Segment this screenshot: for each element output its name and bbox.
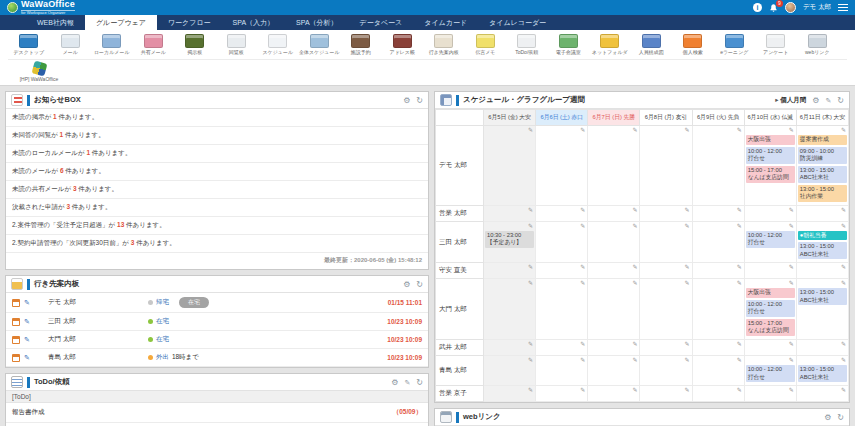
schedule-event[interactable]: 大阪出張 bbox=[746, 288, 795, 298]
edit-icon[interactable] bbox=[694, 340, 743, 349]
status-link[interactable]: 在宅 bbox=[156, 335, 169, 344]
status-link[interactable]: 外出 bbox=[156, 353, 169, 362]
notice-item[interactable]: 未読の掲示が 1 件あります。 bbox=[6, 109, 428, 127]
schedule-cell[interactable] bbox=[588, 205, 640, 221]
schedule-cell[interactable] bbox=[588, 386, 640, 402]
schedule-event[interactable]: ●朝礼当番 bbox=[798, 231, 847, 241]
schedule-cell[interactable] bbox=[640, 355, 692, 385]
edit-icon[interactable] bbox=[485, 386, 534, 395]
schedule-cell[interactable] bbox=[588, 355, 640, 385]
schedule-cell[interactable] bbox=[692, 263, 744, 279]
notice-item[interactable]: 2.契約申請管理の「次回更新30日前」が 3 件あります。 bbox=[6, 235, 428, 253]
edit-icon[interactable] bbox=[589, 386, 638, 395]
schedule-cell[interactable] bbox=[692, 339, 744, 355]
user-avatar[interactable] bbox=[785, 2, 796, 13]
schedule-event[interactable]: 15:00 - 17:00なんば支店訪問 bbox=[746, 319, 795, 336]
edit-icon[interactable] bbox=[798, 263, 847, 272]
edit-icon[interactable] bbox=[24, 299, 30, 307]
edit-icon[interactable] bbox=[694, 356, 743, 365]
schedule-event[interactable]: 13:00 - 15:00ABC社来社 bbox=[798, 365, 847, 382]
user-name[interactable]: デモ 太郎 bbox=[803, 3, 831, 12]
edit-icon[interactable] bbox=[641, 222, 690, 231]
toolbar-item-bulletin-board[interactable]: 掲示板 bbox=[174, 33, 216, 57]
schedule-event[interactable]: 13:00 - 15:00ABC社来社 bbox=[798, 166, 847, 183]
edit-icon[interactable] bbox=[746, 263, 795, 272]
schedule-cell[interactable]: 提案書作成09:00 - 10:00防災訓練13:00 - 15:00ABC社来… bbox=[796, 126, 848, 206]
edit-icon[interactable] bbox=[746, 340, 795, 349]
nav-tab[interactable]: SPA（入力） bbox=[222, 15, 286, 30]
toolbar-item-message-memo[interactable]: 伝言メモ bbox=[465, 33, 507, 57]
schedule-event[interactable]: 10:00 - 12:00打合せ bbox=[746, 147, 795, 164]
edit-icon[interactable] bbox=[798, 126, 847, 135]
schedule-event[interactable]: 13:00 - 15:00社内作業 bbox=[798, 185, 847, 202]
schedule-event[interactable]: 10:00 - 12:00打合せ bbox=[746, 231, 795, 248]
gear-icon[interactable] bbox=[812, 96, 819, 105]
schedule-cell[interactable] bbox=[744, 386, 796, 402]
notice-item[interactable]: 決裁された申請が 3 件あります。 bbox=[6, 199, 428, 217]
schedule-cell[interactable] bbox=[536, 126, 588, 206]
nav-tab[interactable]: WEB社内報 bbox=[26, 15, 85, 30]
schedule-event[interactable]: 提案書作成 bbox=[798, 135, 847, 145]
schedule-cell[interactable]: 大阪出張10:00 - 12:00打合せ15:00 - 17:00なんば支店訪問 bbox=[744, 279, 796, 340]
schedule-cell[interactable] bbox=[536, 263, 588, 279]
schedule-event[interactable]: 13:00 - 15:00ABC社来社 bbox=[798, 242, 847, 259]
edit-icon[interactable] bbox=[537, 206, 586, 215]
notification-bell-icon[interactable]: 9 bbox=[769, 3, 778, 13]
edit-icon[interactable] bbox=[746, 206, 795, 215]
status-link[interactable]: 在宅 bbox=[156, 317, 169, 326]
edit-icon[interactable] bbox=[589, 340, 638, 349]
toolbar-item-circular-board[interactable]: 回覧板 bbox=[216, 33, 258, 57]
schedule-cell[interactable] bbox=[484, 205, 536, 221]
notice-item[interactable]: 未読のメールが 6 件あります。 bbox=[6, 163, 428, 181]
gear-icon[interactable] bbox=[824, 413, 831, 422]
schedule-cell[interactable] bbox=[484, 386, 536, 402]
schedule-event[interactable]: 09:00 - 10:00防災訓練 bbox=[798, 147, 847, 164]
notice-item[interactable]: 2.案件管理の「受注予定日超過」が 13 件あります。 bbox=[6, 217, 428, 235]
toolbar-item-mail[interactable]: メール bbox=[50, 33, 92, 57]
calendar-icon[interactable] bbox=[12, 336, 20, 344]
edit-icon[interactable] bbox=[694, 206, 743, 215]
gear-icon[interactable] bbox=[403, 96, 410, 105]
edit-icon[interactable] bbox=[641, 126, 690, 135]
nav-tab[interactable]: データベース bbox=[349, 15, 414, 30]
edit-icon[interactable] bbox=[798, 279, 847, 288]
toolbar-item-schedule[interactable]: スケジュール bbox=[257, 33, 299, 57]
schedule-cell[interactable] bbox=[796, 205, 848, 221]
edit-icon[interactable] bbox=[537, 386, 586, 395]
schedule-cell[interactable] bbox=[692, 355, 744, 385]
notice-item[interactable]: 未回答の回覧が 1 件あります。 bbox=[6, 127, 428, 145]
schedule-cell[interactable] bbox=[692, 126, 744, 206]
edit-icon[interactable] bbox=[485, 279, 534, 288]
edit-icon[interactable] bbox=[589, 263, 638, 272]
schedule-cell[interactable] bbox=[536, 386, 588, 402]
toolbar-item-questionnaire[interactable]: アンケート bbox=[755, 33, 797, 57]
nav-tab[interactable]: タイムレコーダー bbox=[478, 15, 557, 30]
edit-icon[interactable] bbox=[537, 279, 586, 288]
edit-icon[interactable] bbox=[746, 126, 795, 135]
toolbar-item-org-chart[interactable]: 人員構成図 bbox=[631, 33, 673, 57]
toolbar-item-net-folder[interactable]: ネットフォルダ bbox=[589, 33, 631, 57]
toolbar-item-local-mail[interactable]: ローカルメール bbox=[91, 33, 133, 57]
schedule-event[interactable]: 10:00 - 12:00打合せ bbox=[746, 365, 795, 382]
toolbar-item-personal-search[interactable]: 個人検索 bbox=[672, 33, 714, 57]
refresh-icon[interactable] bbox=[416, 280, 423, 289]
schedule-event[interactable]: 13:00 - 15:00ABC社来社 bbox=[798, 288, 847, 305]
nav-tab[interactable]: グループウェア bbox=[85, 15, 157, 30]
compose-icon[interactable] bbox=[825, 96, 831, 105]
refresh-icon[interactable] bbox=[837, 96, 844, 105]
schedule-cell[interactable] bbox=[796, 386, 848, 402]
schedule-cell[interactable] bbox=[744, 205, 796, 221]
calendar-icon[interactable] bbox=[12, 299, 20, 307]
info-icon[interactable]: i bbox=[753, 3, 762, 12]
schedule-cell[interactable] bbox=[536, 355, 588, 385]
edit-icon[interactable] bbox=[798, 356, 847, 365]
refresh-icon[interactable] bbox=[837, 413, 844, 422]
edit-icon[interactable] bbox=[537, 126, 586, 135]
gear-icon[interactable] bbox=[403, 280, 410, 289]
schedule-cell[interactable] bbox=[536, 205, 588, 221]
schedule-cell[interactable] bbox=[692, 279, 744, 340]
schedule-cell[interactable] bbox=[484, 279, 536, 340]
schedule-cell[interactable] bbox=[640, 386, 692, 402]
notice-item[interactable]: 未読の共有メールが 3 件あります。 bbox=[6, 181, 428, 199]
schedule-cell[interactable] bbox=[692, 386, 744, 402]
